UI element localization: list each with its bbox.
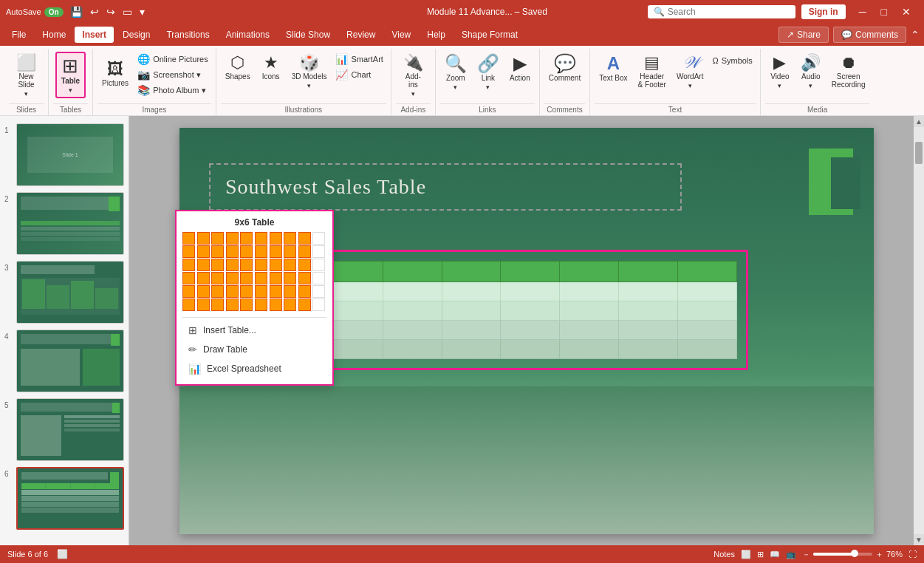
draw-table-button[interactable]: ✏ Draw Table bbox=[182, 340, 326, 359]
slide-thumb-3[interactable]: 3 bbox=[3, 259, 126, 325]
grid-cell[interactable] bbox=[312, 285, 325, 298]
menu-home[interactable]: Home bbox=[35, 27, 73, 43]
close-button[interactable]: ✕ bbox=[894, 0, 918, 24]
3d-models-button[interactable]: 🎲 3D Models ▾ bbox=[287, 52, 332, 92]
grid-cell[interactable] bbox=[182, 285, 195, 298]
grid-cell[interactable] bbox=[312, 259, 325, 271]
wordart-button[interactable]: 𝒲 WordArt ▾ bbox=[672, 52, 708, 92]
icons-button[interactable]: ★ Icons bbox=[256, 52, 286, 83]
reading-view-icon[interactable]: 📖 bbox=[770, 550, 780, 559]
grid-cell[interactable] bbox=[211, 285, 224, 298]
shapes-button[interactable]: ⬡ Shapes bbox=[221, 52, 255, 83]
grid-cell[interactable] bbox=[226, 245, 239, 258]
fit-window-icon[interactable]: ⛶ bbox=[908, 550, 917, 559]
text-box-button[interactable]: A Text Box bbox=[595, 52, 632, 85]
link-button[interactable]: 🔗 Link ▾ bbox=[473, 52, 504, 94]
grid-cell[interactable] bbox=[284, 259, 296, 271]
grid-cell[interactable] bbox=[270, 259, 282, 271]
grid-cell[interactable] bbox=[226, 298, 239, 311]
grid-cell[interactable] bbox=[226, 272, 239, 284]
grid-cell[interactable] bbox=[211, 245, 224, 258]
grid-cell[interactable] bbox=[312, 298, 325, 311]
menu-slideshow[interactable]: Slide Show bbox=[278, 27, 338, 43]
customize-icon[interactable]: ▾ bbox=[137, 6, 147, 18]
zoom-button[interactable]: 🔍 Zoom ▾ bbox=[440, 52, 471, 94]
slide-thumb-2[interactable]: 2 bbox=[3, 191, 126, 256]
grid-cell[interactable] bbox=[211, 272, 224, 284]
slide-image-2[interactable] bbox=[16, 192, 124, 255]
presenter-view-icon[interactable]: 📺 bbox=[786, 550, 796, 559]
grid-cell[interactable] bbox=[255, 285, 267, 298]
slide-thumb-5[interactable]: 5 bbox=[3, 397, 126, 463]
grid-cell[interactable] bbox=[255, 259, 267, 271]
grid-cell[interactable] bbox=[197, 259, 210, 271]
search-input[interactable] bbox=[668, 7, 786, 17]
grid-cell[interactable] bbox=[240, 259, 253, 271]
grid-cell[interactable] bbox=[240, 232, 253, 245]
minimize-button[interactable]: ─ bbox=[852, 0, 874, 24]
grid-cell[interactable] bbox=[182, 245, 195, 258]
table-grid[interactable] bbox=[182, 232, 326, 311]
grid-cell[interactable] bbox=[298, 272, 311, 284]
scroll-track[interactable] bbox=[914, 127, 924, 534]
grid-cell[interactable] bbox=[312, 245, 325, 258]
redo-icon[interactable]: ↪ bbox=[104, 6, 117, 18]
search-bar[interactable]: 🔍 bbox=[648, 5, 795, 18]
slide-thumb-1[interactable]: 1 Slide 1 bbox=[3, 122, 126, 188]
grid-cell[interactable] bbox=[182, 259, 195, 271]
menu-shape-format[interactable]: Shape Format bbox=[454, 27, 525, 43]
grid-cell[interactable] bbox=[226, 259, 239, 271]
menu-animations[interactable]: Animations bbox=[219, 27, 277, 43]
grid-cell[interactable] bbox=[197, 245, 210, 258]
grid-cell[interactable] bbox=[298, 245, 311, 258]
scroll-down-arrow[interactable]: ▼ bbox=[914, 534, 924, 545]
comment-button[interactable]: 💬 Comment bbox=[544, 52, 585, 85]
menu-transitions[interactable]: Transitions bbox=[159, 27, 216, 43]
notes-button[interactable]: Notes bbox=[713, 550, 735, 559]
grid-cell[interactable] bbox=[312, 232, 325, 245]
grid-cell[interactable] bbox=[284, 232, 296, 245]
menu-review[interactable]: Review bbox=[339, 27, 383, 43]
grid-cell[interactable] bbox=[255, 272, 267, 284]
grid-cell[interactable] bbox=[298, 259, 311, 271]
screen-recording-button[interactable]: ⏺ ScreenRecording bbox=[827, 52, 870, 92]
slide-image-6[interactable] bbox=[16, 467, 124, 530]
grid-cell[interactable] bbox=[284, 298, 296, 311]
grid-cell[interactable] bbox=[270, 272, 282, 284]
slide-image-3[interactable] bbox=[16, 261, 124, 324]
grid-cell[interactable] bbox=[270, 298, 282, 311]
grid-cell[interactable] bbox=[182, 298, 195, 311]
pictures-button[interactable]: 🖼 Pictures bbox=[97, 52, 133, 96]
ribbon-collapse-button[interactable]: ⌃ bbox=[911, 29, 920, 41]
normal-view-icon[interactable]: ⬜ bbox=[741, 550, 751, 559]
menu-help[interactable]: Help bbox=[420, 27, 453, 43]
autosave-toggle[interactable]: On bbox=[44, 7, 64, 17]
slide-image-4[interactable] bbox=[16, 330, 124, 392]
audio-button[interactable]: 🔊 Audio ▾ bbox=[796, 52, 826, 92]
screenshot-button[interactable]: 📷 Screenshot ▾ bbox=[134, 67, 211, 82]
menu-view[interactable]: View bbox=[384, 27, 418, 43]
slide-image-5[interactable] bbox=[16, 398, 124, 461]
grid-cell[interactable] bbox=[298, 285, 311, 298]
menu-insert[interactable]: Insert bbox=[75, 27, 114, 43]
grid-cell[interactable] bbox=[226, 232, 239, 245]
menu-design[interactable]: Design bbox=[115, 27, 157, 43]
save-icon[interactable]: 💾 bbox=[68, 6, 85, 18]
grid-cell[interactable] bbox=[270, 245, 282, 258]
grid-cell[interactable] bbox=[255, 245, 267, 258]
grid-cell[interactable] bbox=[211, 298, 224, 311]
grid-cell[interactable] bbox=[197, 272, 210, 284]
table-button[interactable]: ⊞ Table ▾ bbox=[55, 52, 86, 98]
grid-cell[interactable] bbox=[240, 298, 253, 311]
photo-album-button[interactable]: 📚 Photo Album ▾ bbox=[134, 83, 211, 98]
zoom-control[interactable]: － ＋ 76% bbox=[802, 549, 903, 560]
slide-title-box[interactable]: Southwest Sales Table bbox=[209, 163, 682, 211]
online-pictures-button[interactable]: 🌐 Online Pictures bbox=[134, 52, 211, 66]
action-button[interactable]: ▶ Action bbox=[505, 52, 535, 85]
signin-button[interactable]: Sign in bbox=[801, 4, 846, 19]
comments-button[interactable]: 💬 Comments bbox=[833, 27, 906, 43]
grid-cell[interactable] bbox=[298, 298, 311, 311]
grid-cell[interactable] bbox=[255, 232, 267, 245]
scroll-handle[interactable] bbox=[915, 142, 923, 164]
slide-thumb-4[interactable]: 4 bbox=[3, 328, 126, 394]
